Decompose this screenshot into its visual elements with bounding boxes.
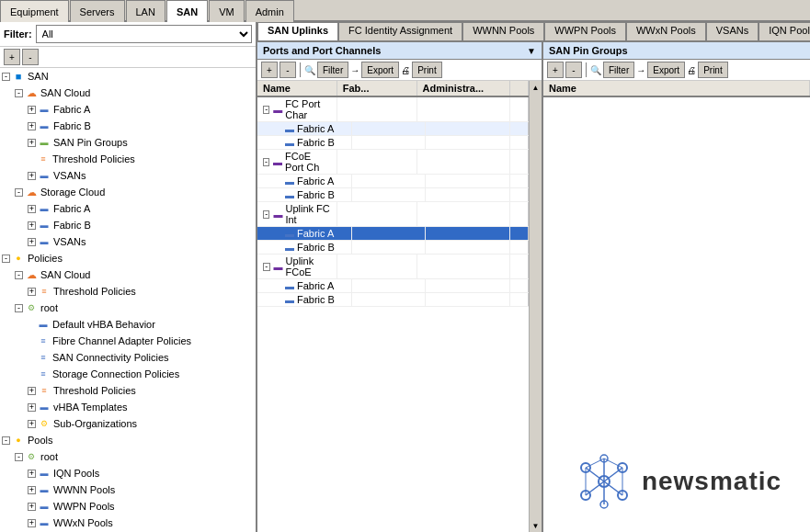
tab-lan[interactable]: LAN [126,0,165,22]
expand-vsans-1[interactable]: + [28,172,36,180]
sub-tab-fc-identity[interactable]: FC Identity Assignment [338,22,462,40]
expand-threshold-root[interactable]: + [28,387,36,395]
sub-tab-san-uplinks[interactable]: SAN Uplinks [257,22,338,40]
scroll-up-arrow[interactable]: ▲ [530,81,542,94]
tree-node-default-vhba[interactable]: ▬ Default vHBA Behavior [0,316,256,333]
tree-node-storage-conn[interactable]: ≡ Storage Connection Policies [0,366,256,382]
tree-node-fabric-a-1[interactable]: + ▬ Fabric A [0,101,256,118]
expand-wwxn-pools[interactable]: + [28,519,36,527]
scroll-down-arrow[interactable]: ▼ [530,519,542,532]
tree-node-pools[interactable]: - ● Pools [0,432,256,448]
tree-node-wwnn-pools[interactable]: + ▬ WWNN Pools [0,481,256,498]
table-row-fabric-a-ufcoe[interactable]: ▬ Fabric A [257,279,529,293]
tree-node-wwxn-pools[interactable]: + ▬ WWxN Pools [0,515,256,531]
pane-left-filter-btn[interactable]: Filter [317,62,348,78]
expand-sub-orgs-pol[interactable]: + [28,420,36,428]
tree-node-vhba-templates[interactable]: + ▬ vHBA Templates [0,399,256,415]
tree-node-storage-cloud[interactable]: - ☁ Storage Cloud [0,184,256,200]
brand-container: newsmatic [572,449,781,514]
expand-iqn-pools[interactable]: + [28,470,36,478]
expand-san[interactable]: - [2,73,10,81]
pane-right-remove-btn[interactable]: - [565,62,582,78]
pane-right-print-btn[interactable]: Print [698,62,728,78]
tree-node-iqn-pools[interactable]: + ▬ IQN Pools [0,465,256,481]
expand-fabric-b-1[interactable]: + [28,122,36,130]
tree-node-fabric-b-2[interactable]: + ▬ Fabric B [0,217,256,233]
tree-node-threshold-root[interactable]: + ≡ Threshold Policies [0,382,256,399]
tree-add-btn[interactable]: + [4,49,20,65]
tab-equipment[interactable]: Equipment [0,0,69,22]
filter-select[interactable]: All [36,25,252,43]
expand-fc-port[interactable]: - [263,106,269,114]
pane-left-scrollbar[interactable]: ▲ ▼ [529,81,542,532]
expand-fabric-b-2[interactable]: + [28,221,36,230]
tree-node-fabric-b-1[interactable]: + ▬ Fabric B [0,118,256,134]
tree-node-san-connectivity[interactable]: ≡ SAN Connectivity Policies [0,349,256,366]
pane-right-add-btn[interactable]: + [547,62,564,78]
table-row-fc-port[interactable]: - ▬ FC Port Char [257,97,529,122]
table-row-fcoe-port[interactable]: - ▬ FCoE Port Ch [257,150,529,175]
td-fc-port-fab [337,97,417,121]
pane-right-export-btn[interactable]: Export [647,62,685,78]
tab-vm[interactable]: VM [209,0,245,22]
expand-san-pin-groups[interactable]: + [28,139,36,147]
tree-node-sub-orgs-pol[interactable]: + ⚙ Sub-Organizations [0,415,256,432]
tree-node-san-cloud-1[interactable]: - ☁ SAN Cloud [0,85,256,101]
expand-fabric-a-2[interactable]: + [28,205,36,213]
table-row-fabric-b-ufcoe[interactable]: ▬ Fabric B [257,293,529,307]
sub-tab-wwxn-pools[interactable]: WWxN Pools [626,22,706,40]
table-row-fabric-a-fc[interactable]: ▬ Fabric A [257,122,529,136]
expand-fabric-a-1[interactable]: + [28,106,36,114]
tab-san[interactable]: SAN [166,0,208,22]
tree-node-vsans-1[interactable]: + ▬ VSANs [0,167,256,184]
tree-node-fc-adapter[interactable]: ≡ Fibre Channel Adapter Policies [0,333,256,349]
tree-node-wwpn-pools[interactable]: + ▬ WWPN Pools [0,498,256,515]
expand-root-pol[interactable]: - [15,304,23,312]
tree-node-root-pools[interactable]: - ⚙ root [0,448,256,465]
table-row-uplink-fc[interactable]: - ▬ Uplink FC Int [257,202,529,227]
tree-node-vsans-2[interactable]: + ▬ VSANs [0,233,256,250]
sub-tab-iqn-pools[interactable]: IQN Pools [759,22,810,40]
sub-tab-vsans[interactable]: VSANs [706,22,759,40]
expand-uplink-fc[interactable]: - [263,210,269,219]
sub-tab-wwnn-pools[interactable]: WWNN Pools [462,22,544,40]
pane-right-filter-btn[interactable]: Filter [603,62,634,78]
expand-storage-cloud[interactable]: - [15,188,23,197]
tree-node-fabric-a-2[interactable]: + ▬ Fabric A [0,200,256,217]
expand-pools[interactable]: - [2,436,10,445]
tree-node-san-pin-groups[interactable]: + ▬ SAN Pin Groups [0,134,256,151]
table-row-fabric-b-fcoe[interactable]: ▬ Fabric B [257,188,529,202]
tree-node-policies[interactable]: - ● Policies [0,250,256,266]
expand-threshold-pol[interactable]: + [28,288,36,296]
expand-san-cloud-pol[interactable]: - [15,271,23,279]
tab-servers[interactable]: Servers [70,0,125,22]
table-row-uplink-fcoe[interactable]: - ▬ Uplink FCoE [257,255,529,279]
expand-root-pools[interactable]: - [15,453,23,461]
expand-uplink-fcoe[interactable]: - [263,263,270,271]
expand-wwpn-pools[interactable]: + [28,503,36,511]
pane-left-remove-btn[interactable]: - [280,62,296,78]
pane-left-print-btn[interactable]: Print [412,62,442,78]
table-row-fabric-a-ufc[interactable]: ▬ Fabric A [257,227,529,241]
expand-san-cloud-1[interactable]: - [15,89,23,97]
expand-vsans-2[interactable]: + [28,238,36,246]
expand-policies[interactable]: - [2,255,10,263]
tree-node-san-cloud-pol[interactable]: - ☁ SAN Cloud [0,266,256,283]
table-row-fabric-b-fc[interactable]: ▬ Fabric B [257,136,529,150]
tree-node-threshold-pol[interactable]: + ≡ Threshold Policies [0,283,256,300]
tab-admin[interactable]: Admin [245,0,294,22]
table-row-fabric-a-fcoe[interactable]: ▬ Fabric A [257,175,529,188]
fabric-b-1-icon: ▬ [37,119,51,133]
tree-node-threshold-1[interactable]: ≡ Threshold Policies [0,151,256,167]
sub-tab-wwpn-pools[interactable]: WWPN Pools [544,22,626,40]
pane-left-export-btn[interactable]: Export [361,62,399,78]
expand-fcoe-port[interactable]: - [263,158,269,166]
tree-remove-btn[interactable]: - [22,49,39,65]
tree-node-root-pol[interactable]: - ⚙ root [0,300,256,316]
expand-wwnn-pools[interactable]: + [28,486,36,494]
tree-node-san[interactable]: - ■ SAN [0,68,256,85]
table-row-fabric-b-ufc[interactable]: ▬ Fabric B [257,241,529,255]
filter-right-icon: 🔍 [590,65,601,75]
expand-vhba-templates[interactable]: + [28,403,36,412]
pane-left-add-btn[interactable]: + [261,62,278,78]
